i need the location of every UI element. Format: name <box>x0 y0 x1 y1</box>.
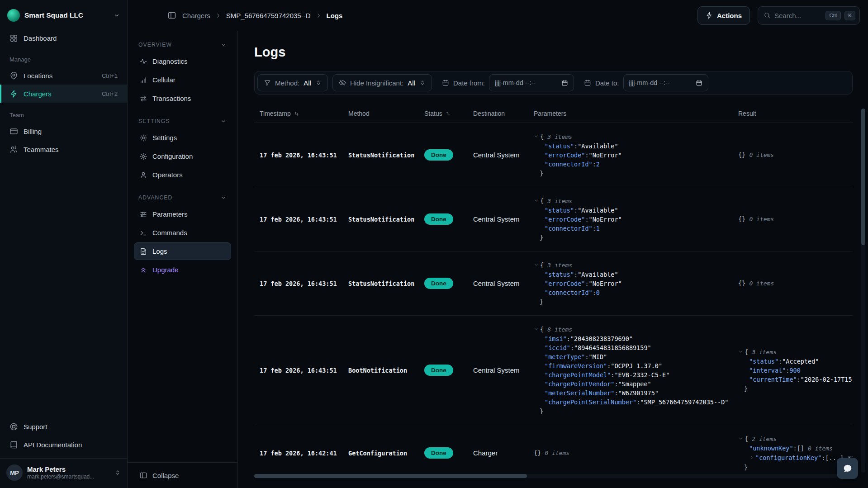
sidebar-item-dashboard[interactable]: Dashboard <box>0 29 127 47</box>
calendar-icon <box>584 79 591 86</box>
subnav-item-operators[interactable]: Operators <box>134 166 231 184</box>
cell-timestamp: 17 feb 2026, 16:38:21 <box>254 481 343 488</box>
subnav-item-settings[interactable]: Settings <box>134 129 231 147</box>
profile[interactable]: MP Mark Peters mark.peters@smartsquad... <box>0 458 127 483</box>
cell-status: Done <box>419 123 468 187</box>
date-to-input[interactable]: jjjj-mm-dd --:-- <box>623 74 708 91</box>
org-switcher[interactable]: Smart Squad LLC <box>0 5 127 29</box>
org-logo-icon <box>7 9 20 22</box>
subnav-sections: OVERVIEWDiagnosticsCellularTransactionsS… <box>134 42 231 280</box>
chevrons-up-down-icon <box>419 80 426 86</box>
cell-method: StatusNotification <box>343 251 419 316</box>
scrollbar-thumb[interactable] <box>861 109 865 245</box>
log-row[interactable]: 17 feb 2026, 16:42:41 GetConfiguration D… <box>254 425 853 481</box>
date-from-group: Date from: jjjj-mm-dd --:-- <box>436 74 574 91</box>
actions-button[interactable]: Actions <box>697 6 750 25</box>
cell-method: StatusNotification <box>343 187 419 251</box>
chevron-down-icon <box>220 42 227 48</box>
kbd-ctrl: Ctrl <box>825 11 841 20</box>
collapse-caret-icon[interactable] <box>534 327 539 332</box>
subnav-section-advanced[interactable]: ADVANCED <box>134 194 231 201</box>
cell-timestamp: 17 feb 2026, 16:43:51 <box>254 123 343 187</box>
horizontal-scrollbar[interactable] <box>254 474 847 478</box>
cell-result: {} 0 items <box>733 481 853 488</box>
filter-bar: Method: All Hide Insignificant: All Date… <box>254 71 853 95</box>
column-header-timestamp[interactable]: Timestamp <box>254 104 343 123</box>
collapse-caret-icon[interactable] <box>738 436 743 441</box>
subnav-item-transactions[interactable]: Transactions <box>134 90 231 107</box>
method-filter[interactable]: Method: All <box>257 74 328 91</box>
subnav-section-overview[interactable]: OVERVIEW <box>134 42 231 48</box>
card-icon <box>9 127 18 136</box>
breadcrumb-chargers[interactable]: Chargers <box>182 12 210 19</box>
sidebar-item-teammates[interactable]: Teammates <box>0 140 127 158</box>
cell-destination: Central System <box>468 481 528 488</box>
column-header-result: Result <box>733 104 853 123</box>
subnav-item-diagnostics[interactable]: Diagnostics <box>134 52 231 70</box>
sidebar-toggle-icon[interactable] <box>167 11 176 20</box>
cell-parameters: { 3 items"status":"Available""errorCode"… <box>528 123 733 187</box>
collapse-caret-icon[interactable] <box>534 262 539 267</box>
sidebar-section-manage: Manage <box>0 47 127 66</box>
chevron-right-icon <box>315 12 322 19</box>
calendar-icon[interactable] <box>696 80 702 86</box>
expand-caret-icon[interactable] <box>749 455 754 460</box>
scrollbar-thumb[interactable] <box>254 474 527 478</box>
vertical-scrollbar[interactable] <box>861 109 865 473</box>
shortcut-hint: Ctrl+1 <box>102 72 118 79</box>
cell-parameters: {} 0 items <box>528 425 733 481</box>
parameters-json: { 3 items"status":"Available""errorCode"… <box>534 132 727 178</box>
subnav-item-parameters[interactable]: Parameters <box>134 205 231 223</box>
subnav-item-configuration[interactable]: Configuration <box>134 147 231 165</box>
log-row[interactable]: 17 feb 2026, 16:43:51 StatusNotification… <box>254 123 853 187</box>
search-icon <box>764 12 771 19</box>
secondary-sidebar: OVERVIEWDiagnosticsCellularTransactionsS… <box>128 31 238 488</box>
cell-status: Done <box>419 316 468 425</box>
hide-insignificant-filter[interactable]: Hide Insignificant: All <box>332 74 432 91</box>
sidebar-item-billing[interactable]: Billing <box>0 122 127 140</box>
subnav-item-logs[interactable]: Logs <box>134 242 231 260</box>
collapse-button[interactable]: Collapse <box>128 462 238 488</box>
subnav-item-cellular[interactable]: Cellular <box>134 71 231 89</box>
breadcrumb-charger-id[interactable]: SMP_567664759742035--D <box>226 12 311 19</box>
sidebar-item-chargers[interactable]: ChargersCtrl+2 <box>0 85 127 103</box>
sidebar-item-api-documentation[interactable]: API Documentation <box>0 436 127 454</box>
activity-icon <box>139 57 147 66</box>
profile-email: mark.peters@smartsquad... <box>27 474 110 480</box>
date-from-input[interactable]: jjjj-mm-dd --:-- <box>489 74 574 91</box>
collapse-caret-icon[interactable] <box>534 198 539 203</box>
eye-off-icon <box>339 79 346 86</box>
cell-result: {} 0 items <box>733 123 853 187</box>
sidebar-item-support[interactable]: Support <box>0 417 127 436</box>
subnav-item-commands[interactable]: Commands <box>134 224 231 242</box>
log-row[interactable]: 17 feb 2026, 16:43:51 StatusNotification… <box>254 187 853 251</box>
cell-status: Done <box>419 251 468 316</box>
charger-icon <box>9 90 18 98</box>
collapse-caret-icon[interactable] <box>534 134 539 139</box>
subnav-section-settings[interactable]: SETTINGS <box>134 118 231 124</box>
cell-timestamp: 17 feb 2026, 16:43:51 <box>254 187 343 251</box>
parameters-json: { 8 items"imsi":"204308238379690""iccid"… <box>534 325 727 416</box>
sort-icon[interactable] <box>294 111 299 117</box>
panel-left-icon <box>139 471 147 479</box>
search-box[interactable]: Ctrl K <box>758 6 860 25</box>
log-row[interactable]: 17 feb 2026, 16:38:21 StatusNotification… <box>254 481 853 488</box>
search-input[interactable] <box>774 12 822 19</box>
result-json: {} 0 items <box>738 214 847 224</box>
collapse-caret-icon[interactable] <box>738 349 743 354</box>
subnav-item-upgrade[interactable]: Upgrade <box>134 261 231 279</box>
log-row[interactable]: 17 feb 2026, 16:43:51 BootNotification D… <box>254 316 853 425</box>
chat-launcher[interactable] <box>837 458 858 479</box>
calendar-icon[interactable] <box>561 80 568 86</box>
log-row[interactable]: 17 feb 2026, 16:43:51 StatusNotification… <box>254 251 853 316</box>
column-header-status[interactable]: Status <box>419 104 468 123</box>
shortcut-hint: Ctrl+2 <box>102 90 118 97</box>
calendar-icon <box>442 79 449 86</box>
cell-parameters: { 3 items"status":"Available""errorCode"… <box>528 481 733 488</box>
column-header-method: Method <box>343 104 419 123</box>
sort-icon[interactable] <box>445 111 451 117</box>
users-icon <box>9 145 18 154</box>
column-header-parameters: Parameters <box>528 104 733 123</box>
sidebar-item-locations[interactable]: LocationsCtrl+1 <box>0 66 127 85</box>
chevron-right-icon <box>215 12 222 19</box>
